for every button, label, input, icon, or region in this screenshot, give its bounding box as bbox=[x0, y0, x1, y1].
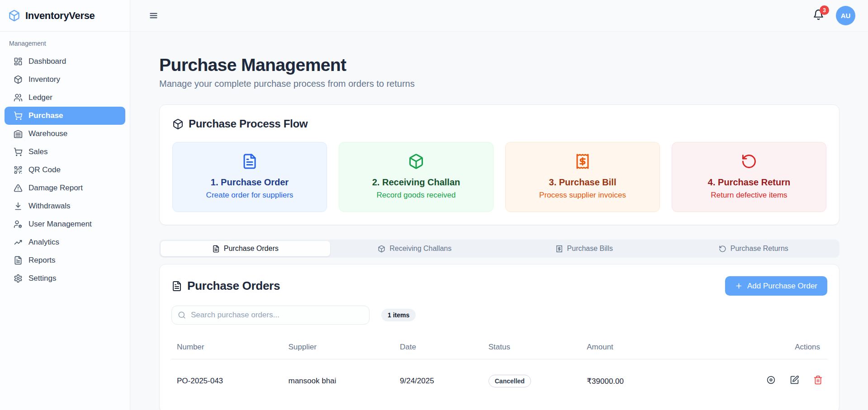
order-supplier: mansook bhai bbox=[283, 359, 395, 401]
sidebar-item-qr-code[interactable]: QR Code bbox=[5, 161, 125, 179]
file-text-icon bbox=[242, 153, 258, 170]
step-receiving-challan[interactable]: 2. Receiving Challan Record goods receiv… bbox=[339, 142, 493, 212]
avatar[interactable]: AU bbox=[836, 6, 855, 25]
main-area: 3 AU Purchase Management Manage your com… bbox=[130, 0, 868, 410]
step-purchase-return[interactable]: 4. Purchase Return Return defective item… bbox=[672, 142, 826, 212]
sidebar-item-label: Settings bbox=[28, 274, 56, 283]
sidebar-item-inventory[interactable]: Inventory bbox=[5, 71, 125, 89]
step-subtitle: Record goods received bbox=[346, 191, 487, 200]
add-purchase-order-button[interactable]: Add Purchase Order bbox=[725, 276, 827, 296]
sidebar-item-label: Warehouse bbox=[28, 129, 67, 138]
tab-receiving-challans[interactable]: Receiving Challans bbox=[330, 241, 500, 256]
sidebar-item-ledger[interactable]: Ledger bbox=[5, 89, 125, 107]
qr-code-icon bbox=[14, 165, 23, 174]
sidebar-item-label: Analytics bbox=[28, 238, 59, 247]
section-tabbar: Purchase Orders Receiving Challans Purch… bbox=[159, 240, 840, 258]
sidebar-item-label: Ledger bbox=[28, 93, 52, 102]
order-amount: ₹39000.00 bbox=[581, 359, 735, 401]
tab-label: Purchase Orders bbox=[224, 245, 279, 253]
view-order-button[interactable] bbox=[766, 375, 776, 385]
rotate-ccw-icon bbox=[741, 153, 757, 170]
step-purchase-order[interactable]: 1. Purchase Order Create order for suppl… bbox=[172, 142, 327, 212]
purchase-orders-card: Purchase Orders Add Purchase Order 1 ite… bbox=[159, 264, 840, 410]
step-purchase-bill[interactable]: 3. Purchase Bill Process supplier invoic… bbox=[505, 142, 660, 212]
add-purchase-order-label: Add Purchase Order bbox=[747, 282, 817, 291]
col-supplier: Supplier bbox=[283, 337, 395, 359]
sidebar-item-warehouse[interactable]: Warehouse bbox=[5, 125, 125, 143]
sidebar-item-user-management[interactable]: User Management bbox=[5, 215, 125, 233]
rotate-ccw-icon bbox=[719, 245, 726, 253]
orders-search-row: 1 items bbox=[171, 306, 827, 325]
col-amount: Amount bbox=[581, 337, 735, 359]
package-icon bbox=[408, 153, 424, 170]
step-title: 2. Receiving Challan bbox=[346, 177, 487, 188]
items-count-badge: 1 items bbox=[381, 309, 416, 321]
sidebar-item-label: Reports bbox=[28, 256, 56, 265]
trash-icon bbox=[813, 375, 823, 385]
topbar-right: 3 AU bbox=[813, 6, 855, 25]
gear-icon bbox=[14, 274, 23, 283]
view-eye-icon bbox=[766, 375, 776, 385]
package-icon bbox=[172, 118, 184, 130]
sidebar-item-purchase[interactable]: Purchase bbox=[5, 107, 125, 125]
edit-pencil-icon bbox=[790, 375, 799, 385]
orders-card-header: Purchase Orders Add Purchase Order bbox=[171, 276, 827, 296]
orders-section-title: Purchase Orders bbox=[187, 279, 280, 293]
tab-purchase-returns[interactable]: Purchase Returns bbox=[669, 241, 839, 256]
tab-label: Receiving Challans bbox=[389, 245, 451, 253]
users-icon bbox=[14, 93, 23, 102]
edit-order-button[interactable] bbox=[790, 375, 799, 385]
trending-up-icon bbox=[14, 238, 23, 247]
purchase-orders-table: Number Supplier Date Status Amount Actio… bbox=[171, 337, 827, 401]
sidebar-item-settings[interactable]: Settings bbox=[5, 269, 125, 287]
tab-label: Purchase Returns bbox=[730, 245, 788, 253]
alert-triangle-icon bbox=[14, 184, 23, 193]
sidebar-item-withdrawals[interactable]: Withdrawals bbox=[5, 197, 125, 215]
order-actions bbox=[735, 359, 827, 401]
col-actions: Actions bbox=[735, 337, 827, 359]
notification-count-badge: 3 bbox=[820, 5, 829, 15]
process-flow-header: Purchase Process Flow bbox=[172, 118, 826, 130]
step-title: 1. Purchase Order bbox=[179, 177, 320, 188]
brand-name: InventoryVerse bbox=[25, 10, 95, 22]
search-icon bbox=[178, 311, 186, 319]
sidebar-item-damage-report[interactable]: Damage Report bbox=[5, 179, 125, 197]
process-flow-title: Purchase Process Flow bbox=[189, 118, 308, 130]
step-title: 4. Purchase Return bbox=[678, 177, 820, 188]
menu-toggle-button[interactable] bbox=[149, 11, 158, 20]
sidebar-item-reports[interactable]: Reports bbox=[5, 251, 125, 269]
col-status: Status bbox=[483, 337, 582, 359]
brand-logo: InventoryVerse bbox=[0, 0, 130, 32]
package-icon bbox=[14, 75, 23, 84]
shopping-cart-icon bbox=[14, 111, 23, 120]
sidebar-item-label: Withdrawals bbox=[28, 202, 71, 211]
page-subtitle: Manage your complete purchase process fr… bbox=[159, 79, 840, 89]
sidebar-item-dashboard[interactable]: Dashboard bbox=[5, 52, 125, 71]
file-text-icon bbox=[171, 281, 182, 292]
hamburger-menu-icon bbox=[149, 11, 158, 20]
table-header-row: Number Supplier Date Status Amount Actio… bbox=[171, 337, 827, 359]
step-title: 3. Purchase Bill bbox=[512, 177, 653, 188]
tab-purchase-orders[interactable]: Purchase Orders bbox=[161, 241, 330, 256]
col-number: Number bbox=[171, 337, 283, 359]
delete-order-button[interactable] bbox=[813, 375, 823, 385]
search-purchase-orders-input[interactable] bbox=[171, 306, 370, 325]
sidebar-item-label: Dashboard bbox=[28, 57, 66, 66]
user-cog-icon bbox=[14, 220, 23, 229]
page-content: Purchase Management Manage your complete… bbox=[130, 32, 868, 410]
order-status-cell: Cancelled bbox=[483, 359, 582, 401]
notifications-button[interactable]: 3 bbox=[813, 9, 824, 22]
page-title: Purchase Management bbox=[159, 55, 840, 75]
process-steps: 1. Purchase Order Create order for suppl… bbox=[172, 142, 826, 212]
sidebar-item-sales[interactable]: Sales bbox=[5, 143, 125, 161]
sidebar-item-analytics[interactable]: Analytics bbox=[5, 233, 125, 251]
orders-title-wrap: Purchase Orders bbox=[171, 279, 280, 293]
sidebar-item-label: User Management bbox=[28, 220, 92, 229]
cube-logo-icon bbox=[8, 9, 20, 22]
sidebar-item-label: QR Code bbox=[28, 165, 61, 174]
sidebar-nav: Management Dashboard Inventory Ledger Pu… bbox=[0, 32, 130, 287]
step-subtitle: Create order for suppliers bbox=[179, 191, 320, 200]
tab-purchase-bills[interactable]: Purchase Bills bbox=[499, 241, 669, 256]
col-date: Date bbox=[394, 337, 483, 359]
status-badge: Cancelled bbox=[489, 375, 531, 387]
